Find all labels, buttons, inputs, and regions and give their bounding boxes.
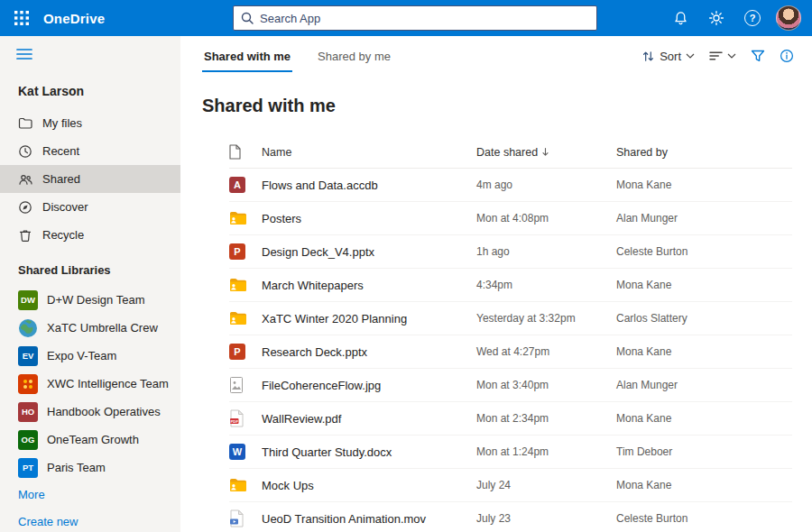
file-name[interactable]: Posters [262,212,476,225]
sidebar-library-item[interactable]: PT Paris Team [0,454,180,482]
shared-libraries-heading: Shared Libraries [0,263,180,277]
date-shared: Mon at 4:08pm [476,212,616,225]
column-header-date-shared[interactable]: Date shared [476,146,616,159]
date-shared: July 24 [476,479,616,491]
shared-by: Alan Munger [616,212,792,225]
table-row[interactable]: P Research Deck.pptx Wed at 4:27pm Mona … [229,335,792,369]
file-name[interactable]: Third Quarter Study.docx [262,445,476,459]
bell-icon[interactable] [662,0,698,36]
column-header-shared-by[interactable]: Shared by [616,146,792,159]
sidebar-item-my-files[interactable]: My files [0,109,180,137]
main-content: Shared with me Shared by me Sort [180,36,812,532]
view-selector-button[interactable] [709,50,736,61]
help-icon[interactable]: ? [734,0,770,36]
file-name[interactable]: UeoD Transition Animation.mov [262,512,476,526]
shared-by: Mona Kane [616,345,792,358]
shared-by: Tim Deboer [616,445,792,458]
recycle-bin-icon [18,228,32,243]
table-row[interactable]: A Flows and Data.accdb 4m ago Mona Kane [229,169,792,202]
library-list: DW D+W Design Team XaTC Umbrella Crew EV… [0,286,180,482]
table-row[interactable]: XaTC Winter 2020 Planning Yesterday at 3… [229,302,792,335]
table-row[interactable]: PDF WallReview.pdf Mon at 2:34pm Mona Ka… [229,402,792,436]
tab-bar: Shared with me Shared by me Sort [202,38,794,74]
sidebar-item-shared[interactable]: Shared [0,165,180,193]
sidebar-item-recent[interactable]: Recent [0,137,180,165]
sort-button[interactable]: Sort [641,50,695,63]
info-icon [780,49,794,63]
library-label: XaTC Umbrella Crew [47,321,158,335]
word-file-icon: W [229,444,262,460]
sort-descending-arrow-icon [541,147,549,157]
library-label: Paris Team [47,461,106,474]
more-link[interactable]: More [0,482,180,509]
file-name[interactable]: FileCoherenceFlow.jpg [262,379,476,392]
tab-shared-by-me[interactable]: Shared by me [316,41,392,72]
date-shared: Wed at 4:27pm [476,345,616,358]
initials-badge-icon: DW [18,290,38,310]
sidebar-library-item[interactable]: HO Handbook Operatives [0,398,180,426]
date-shared: Mon at 3:40pm [476,379,616,391]
sidebar-item-discover[interactable]: Discover [0,193,180,221]
initials-badge-icon: HO [18,402,38,422]
file-name[interactable]: Flows and Data.accdb [262,179,476,192]
powerpoint-file-icon: P [229,243,262,260]
date-shared: Yesterday at 3:32pm [476,312,616,325]
app-launcher-icon[interactable] [0,0,43,36]
shared-by: Alan Munger [616,379,792,391]
clock-icon [18,144,32,159]
search-box[interactable] [233,5,597,31]
file-name[interactable]: Research Deck.pptx [262,345,476,359]
avatar[interactable] [776,5,801,31]
file-name[interactable]: XaTC Winter 2020 Planning [262,312,476,326]
initials-badge-icon: PT [18,458,38,478]
table-row[interactable]: Posters Mon at 4:08pm Alan Munger [229,202,792,235]
library-label: Handbook Operatives [47,405,161,418]
waffle-grid-icon [14,11,29,25]
sidebar-item-recycle[interactable]: Recycle [0,221,180,249]
file-name[interactable]: Design Deck_V4.pptx [262,245,476,259]
info-button[interactable] [780,49,794,63]
file-name[interactable]: March Whitepapers [262,279,476,292]
files-table: Name Date shared Shared by A Flows and D… [229,136,792,532]
date-shared: 4:34pm [476,279,616,291]
sort-label: Sort [660,50,681,63]
initials-badge-icon: EV [18,346,38,366]
table-row[interactable]: FileCoherenceFlow.jpg Mon at 3:40pm Alan… [229,369,792,402]
search-icon [241,12,254,24]
shared-by: Celeste Burton [616,512,792,525]
file-name[interactable]: WallReview.pdf [262,412,476,426]
gear-icon[interactable] [698,0,734,36]
table-row[interactable]: P Design Deck_V4.pptx 1h ago Celeste Bur… [229,235,792,269]
create-new-link[interactable]: Create new [0,509,180,532]
chevron-down-icon [727,53,736,59]
suite-header: OneDrive ? [0,0,812,36]
column-header-name[interactable]: Name [262,146,476,159]
table-row[interactable]: UeoD Transition Animation.mov July 23 Ce… [229,502,792,532]
tab-shared-with-me[interactable]: Shared with me [202,41,292,72]
dots-logo-icon [18,374,38,394]
view-list-icon [709,50,723,61]
file-name[interactable]: Mock Ups [262,479,476,492]
shared-by: Mona Kane [616,179,792,191]
hamburger-menu-icon[interactable] [16,48,32,64]
date-shared: 4m ago [476,179,616,191]
library-label: Expo V-Team [47,349,116,362]
sidebar-library-item[interactable]: EV Expo V-Team [0,342,180,370]
user-name: Kat Larson [0,84,180,98]
folder-file-icon [229,311,262,326]
table-row[interactable]: Mock Ups July 24 Mona Kane [229,469,792,502]
video-file-icon [229,509,262,527]
sidebar-library-item[interactable]: OG OneTeam Growth [0,426,180,454]
filter-button[interactable] [751,49,765,63]
page-title: Shared with me [202,96,794,116]
sidebar-library-item[interactable]: XWC Intelligence Team [0,370,180,398]
sidebar-library-item[interactable]: XaTC Umbrella Crew [0,314,180,342]
library-label: D+W Design Team [47,293,145,307]
shared-by: Mona Kane [616,412,792,425]
table-row[interactable]: March Whitepapers 4:34pm Mona Kane [229,269,792,302]
folder-icon [18,116,32,131]
shared-by: Celeste Burton [616,245,792,258]
table-row[interactable]: W Third Quarter Study.docx Mon at 1:24pm… [229,436,792,469]
sidebar-library-item[interactable]: DW D+W Design Team [0,286,180,314]
search-input[interactable] [260,12,589,25]
